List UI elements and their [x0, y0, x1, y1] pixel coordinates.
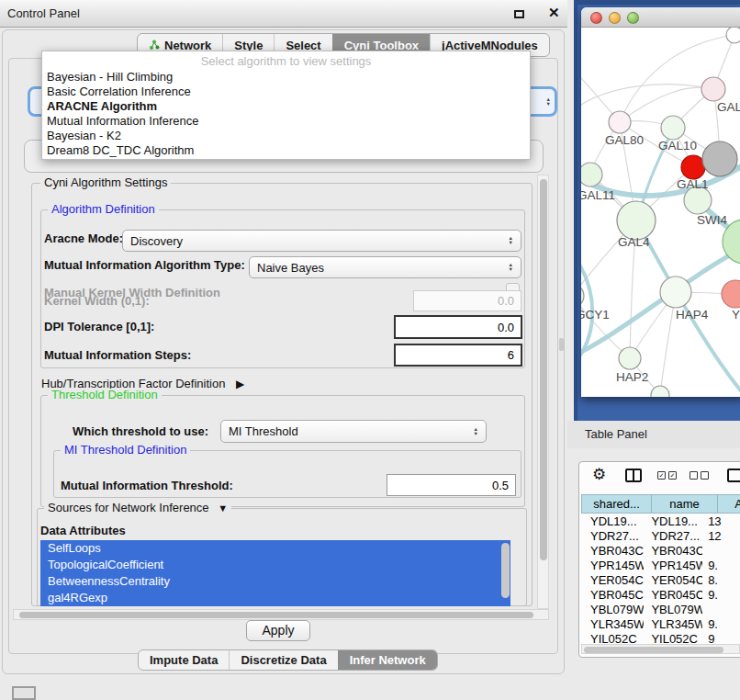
- network-node[interactable]: [681, 155, 705, 179]
- list-scrollbar-thumb[interactable]: [501, 543, 510, 598]
- table-cell: YBR045C: [644, 588, 702, 603]
- mi-threshold-input[interactable]: [387, 474, 516, 496]
- network-edge[interactable]: [620, 87, 713, 122]
- network-node[interactable]: [617, 201, 656, 240]
- which-threshold-label: Which threshold to use:: [73, 424, 208, 438]
- table-hscrollbar-thumb[interactable]: [584, 647, 723, 653]
- network-node[interactable]: [660, 277, 691, 308]
- network-canvas[interactable]: GALGAL80GAL10GAL1SWI4GAL11GAL4GCY1HAP4YH…: [581, 28, 740, 397]
- table-row[interactable]: YBR045CYBR045C9.: [581, 588, 740, 603]
- zoom-traffic-icon[interactable]: [627, 12, 639, 24]
- network-node[interactable]: [726, 28, 740, 43]
- algorithm-option[interactable]: Dream8 DC_TDC Algorithm: [42, 143, 530, 158]
- dpi-tolerance-input[interactable]: [394, 315, 522, 339]
- checked-box-icon: ✓: [668, 471, 677, 480]
- panel-splitter-handle[interactable]: [559, 338, 564, 351]
- network-window-titlebar[interactable]: [581, 7, 740, 28]
- minimize-traffic-icon[interactable]: [609, 12, 621, 24]
- table-cell: YBR043C: [581, 544, 644, 559]
- unchecked-box-icon: [690, 471, 698, 480]
- control-panel-titlebar: Control Panel: [0, 0, 567, 28]
- table-row[interactable]: YPR145WYPR145W9.: [581, 559, 740, 573]
- table-cell: YIL052C: [644, 632, 702, 643]
- columns-icon[interactable]: [625, 469, 642, 482]
- node-label: HAP4: [676, 308, 709, 322]
- mi-threshold-group-title: MI Threshold Definition: [61, 444, 190, 457]
- mi-type-select[interactable]: Naive Bayes ▲▼: [249, 256, 521, 278]
- table-row[interactable]: YDR27...YDR27...12: [581, 529, 740, 544]
- list-item[interactable]: SelfLoops: [40, 540, 510, 557]
- sources-toggle[interactable]: Sources for Network Inference ▼: [44, 502, 231, 514]
- settings-hscrollbar-thumb[interactable]: [19, 612, 533, 618]
- close-traffic-icon[interactable]: [590, 12, 602, 24]
- network-node[interactable]: [609, 111, 631, 133]
- table-cell: YPR145W: [581, 559, 644, 573]
- close-icon[interactable]: ✕: [548, 5, 560, 21]
- network-node[interactable]: [619, 347, 641, 369]
- tab-discretize-data[interactable]: Discretize Data: [229, 650, 337, 670]
- table-hscrollbar[interactable]: [581, 644, 740, 654]
- table-cell: YDL19...: [644, 514, 702, 529]
- table-row[interactable]: YDL19...YDL19...13: [581, 514, 740, 529]
- algorithm-option[interactable]: ARACNE Algorithm: [42, 99, 530, 114]
- algorithm-option[interactable]: Bayesian - Hill Climbing: [42, 70, 530, 85]
- float-window-icon[interactable]: [514, 10, 524, 18]
- table-cell: YER054C: [581, 573, 644, 588]
- column-header[interactable]: shared...: [581, 494, 652, 514]
- list-item[interactable]: TopologicalCoefficient: [40, 557, 510, 573]
- table-cell: 13: [702, 514, 740, 529]
- table-row[interactable]: YBR043CYBR043C: [581, 544, 740, 559]
- gear-icon[interactable]: ⚙: [592, 465, 606, 484]
- table-row[interactable]: YIL052CYIL052C9: [581, 632, 740, 643]
- network-node[interactable]: [701, 77, 725, 101]
- spinner-icon: ▲▼: [474, 427, 478, 436]
- settings-hscrollbar[interactable]: [13, 609, 549, 620]
- tab-impute-data[interactable]: Impute Data: [139, 650, 229, 670]
- dpi-tolerance-label: DPI Tolerance [0,1]:: [44, 320, 154, 333]
- network-node[interactable]: [661, 116, 685, 140]
- column-header[interactable]: A: [718, 494, 740, 514]
- kernel-width-input[interactable]: [413, 290, 521, 311]
- tab-infer-network[interactable]: Infer Network: [338, 650, 437, 670]
- panel-title: Control Panel: [7, 0, 80, 27]
- table-mode-icon[interactable]: [727, 469, 740, 482]
- table-cell: 9.: [702, 588, 740, 603]
- node-label: GCY1: [581, 308, 610, 322]
- apply-button[interactable]: Apply: [246, 620, 310, 641]
- spinner-icon: ▲▼: [509, 236, 513, 245]
- aracne-mode-select[interactable]: Discovery ▲▼: [122, 230, 521, 252]
- select-all-icon[interactable]: ✓ ✓: [657, 471, 677, 480]
- table-row[interactable]: YER054CYER054C8.: [581, 573, 740, 588]
- algorithm-option[interactable]: Bayesian - K2: [42, 129, 530, 143]
- algorithm-option[interactable]: Basic Correlation Inference: [42, 85, 530, 99]
- settings-scrollbar[interactable]: [537, 175, 549, 609]
- table-row[interactable]: YBL079WYBL079W: [581, 603, 740, 617]
- network-graph: GALGAL80GAL10GAL1SWI4GAL11GAL4GCY1HAP4YH…: [581, 28, 740, 397]
- algorithm-definition-title: Algorithm Definition: [48, 203, 159, 216]
- spinner-icon: ▲▼: [546, 97, 551, 107]
- network-node[interactable]: [581, 284, 584, 308]
- network-node[interactable]: [581, 163, 602, 186]
- node-label: GAL1: [677, 177, 709, 191]
- column-header[interactable]: name: [652, 494, 718, 514]
- table-cell: YLR345W: [644, 617, 702, 632]
- table-cell: 12: [702, 529, 740, 544]
- settings-scrollbar-thumb[interactable]: [540, 179, 547, 560]
- network-node[interactable]: [722, 280, 740, 308]
- algorithm-option[interactable]: Mutual Information Inference: [42, 114, 530, 129]
- table-cell: 9.: [702, 617, 740, 632]
- network-node[interactable]: [702, 141, 737, 176]
- mi-steps-input[interactable]: [394, 344, 522, 367]
- bottom-tab-bar: Impute DataDiscretize DataInfer Network: [138, 649, 438, 671]
- threshold-definition-title: Threshold Definition: [48, 389, 162, 401]
- docked-panel-icon[interactable]: [12, 686, 36, 700]
- deselect-all-icon[interactable]: [690, 471, 709, 480]
- table-row[interactable]: YLR345WYLR345W9.: [581, 617, 740, 632]
- table-cell: YBR043C: [644, 544, 702, 559]
- list-item[interactable]: BetweennessCentrality: [40, 573, 510, 590]
- list-item[interactable]: gal4RGexp: [40, 590, 510, 606]
- which-threshold-select[interactable]: MI Threshold ▲▼: [220, 420, 487, 443]
- network-icon: [149, 40, 160, 51]
- dropdown-hint: Select algorithm to view settings: [42, 51, 530, 70]
- attribute-list: SelfLoopsTopologicalCoefficientBetweenne…: [40, 540, 510, 606]
